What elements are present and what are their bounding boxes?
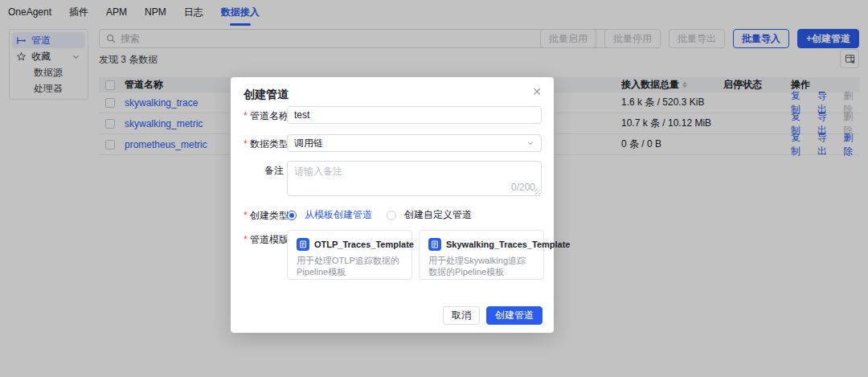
template-desc: 用于处理Skywalking追踪数据的Pipeline模板 xyxy=(428,255,534,277)
create-type-label: 创建类型 xyxy=(244,206,284,223)
field-row-name: 管道名称 xyxy=(244,106,542,124)
resize-handle[interactable] xyxy=(534,189,540,195)
template-doc-icon xyxy=(428,238,441,251)
close-icon[interactable]: ✕ xyxy=(530,85,543,98)
template-title: Skywalking_Traces_Template xyxy=(446,240,571,249)
template-title: OTLP_Traces_Template xyxy=(314,240,414,249)
field-row-create-type: 创建类型 从模板创建管道 创建自定义管道 xyxy=(244,206,542,223)
modal-title: 创建管道 xyxy=(244,88,289,102)
field-row-remark: 备注 0/200 xyxy=(244,161,542,196)
template-card-otlp[interactable]: OTLP_Traces_Template 用于处理OTLP追踪数据的Pipeli… xyxy=(287,230,412,280)
radio-custom-label[interactable]: 创建自定义管道 xyxy=(404,208,472,222)
field-row-template: 管道模版 OTLP_Traces_Template 用于处理OTLP追踪数据的P… xyxy=(244,230,542,280)
cancel-button[interactable]: 取消 xyxy=(443,306,480,325)
template-card-skywalking[interactable]: Skywalking_Traces_Template 用于处理Skywalkin… xyxy=(419,230,544,280)
data-type-value: 调用链 xyxy=(294,137,323,150)
remark-textarea[interactable] xyxy=(287,161,542,196)
radio-from-template[interactable] xyxy=(287,211,297,220)
create-pipeline-modal: 创建管道 ✕ 管道名称 数据类型 调用链 备注 xyxy=(231,77,554,333)
data-type-select[interactable]: 调用链 xyxy=(287,134,542,152)
modal-footer: 取消 创建管道 xyxy=(443,306,542,325)
template-doc-icon xyxy=(297,238,309,251)
radio-from-template-label[interactable]: 从模板创建管道 xyxy=(305,208,372,222)
field-row-type: 数据类型 调用链 xyxy=(244,134,542,152)
pipeline-name-input[interactable] xyxy=(287,106,542,124)
pipeline-name-label: 管道名称 xyxy=(244,106,284,124)
template-desc: 用于处理OTLP追踪数据的Pipeline模板 xyxy=(297,255,403,277)
char-counter: 0/200 xyxy=(511,182,535,193)
submit-create-button[interactable]: 创建管道 xyxy=(486,306,542,325)
remark-label: 备注 xyxy=(244,161,284,196)
chevron-down-icon xyxy=(526,139,534,147)
pipeline-template-label: 管道模版 xyxy=(244,230,284,280)
app-screen: OneAgent 插件 APM NPM 日志 数据接入 管道 收藏 数据源 处理… xyxy=(0,0,868,377)
data-type-label: 数据类型 xyxy=(244,134,284,152)
radio-custom[interactable] xyxy=(387,211,396,220)
